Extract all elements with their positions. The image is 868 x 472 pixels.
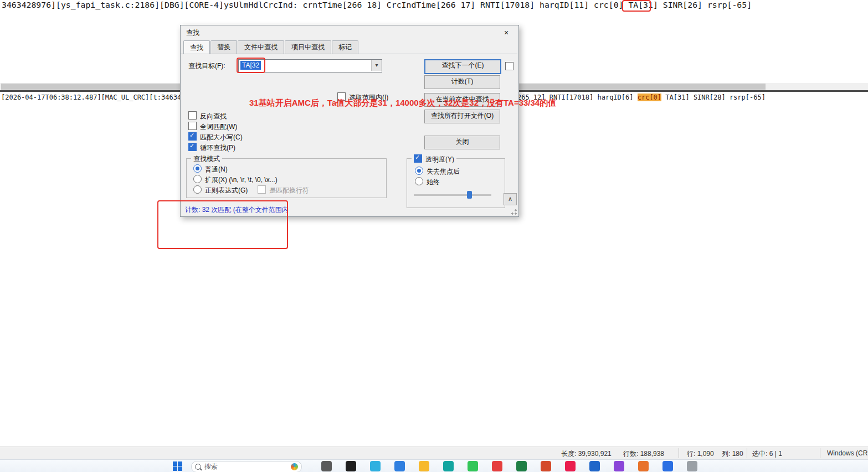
ide-icon[interactable] <box>614 461 624 471</box>
wechat-icon[interactable] <box>468 461 478 471</box>
find-next-button[interactable]: 查找下一个(E) <box>424 59 501 74</box>
file-explorer-icon[interactable] <box>419 461 429 471</box>
close-icon[interactable]: × <box>495 26 518 40</box>
backward-chec kbox[interactable]: 反向查找 <box>188 111 227 121</box>
copilot-search-icon <box>291 463 298 470</box>
search-input[interactable]: TA[32 ▾ <box>238 59 382 72</box>
status-bar: 长度: 39,930,921 行数: 188,938 行: 1,090 列: 1… <box>0 447 868 460</box>
checkbox-checked-icon <box>188 143 197 151</box>
status-eol-format: Windows (CR <box>827 449 867 457</box>
status-column: 列: 180 <box>722 449 743 459</box>
mode-regex-radio[interactable]: 正则表达式(G) <box>193 185 248 195</box>
gear-icon[interactable] <box>687 461 697 471</box>
tab-项目中查找[interactable]: 项目中查找 <box>285 40 331 54</box>
taskbar: 搜索 <box>0 459 868 472</box>
search-mode-label: 查找模式 <box>191 154 222 164</box>
checkbox-checked-icon <box>188 132 197 141</box>
find-dialog-tabs: 查找替换文件中查找项目中查找标记 <box>183 42 359 54</box>
checkbox-checked-icon <box>414 154 422 163</box>
close-button[interactable]: 关闭 <box>424 136 500 149</box>
checkbox-icon <box>337 92 346 101</box>
terminal-icon[interactable] <box>346 461 356 471</box>
status-lines: 行数: 188,938 <box>623 449 664 459</box>
transparency-slider[interactable] <box>414 191 491 199</box>
start-button[interactable] <box>173 461 182 471</box>
status-separator <box>820 448 820 458</box>
whole-word-checkbox[interactable]: 全词匹配(W) <box>188 122 237 132</box>
status-length: 长度: 39,930,921 <box>561 449 612 459</box>
radio-icon <box>193 175 202 183</box>
taskbar-search-box[interactable]: 搜索 <box>191 461 302 472</box>
copilot-icon[interactable] <box>321 461 332 471</box>
chevron-down-icon[interactable]: ▾ <box>371 60 382 71</box>
radio-icon <box>193 185 202 194</box>
slider-track <box>414 194 491 196</box>
find-status-message: 计数: 32 次匹配 (在整个文件范围内 <box>185 205 289 215</box>
status-selection: 选中: 6 | 1 <box>752 449 782 459</box>
wrap-around-checkbox[interactable]: 循环查找(P) <box>188 143 235 153</box>
dialog-corner-checkbox[interactable] <box>505 62 513 70</box>
match-case-checkbox[interactable]: 匹配大小写(C) <box>188 132 243 142</box>
on-focus-loss-radio[interactable]: 失去焦点后 <box>415 167 460 177</box>
search-input-value: TA[32 <box>240 61 261 70</box>
browser-icon[interactable] <box>638 461 649 471</box>
radio-selected-icon <box>193 164 202 173</box>
find-all-open-button[interactable]: 查找所有打开文件(O) <box>424 110 500 123</box>
find-all-current-button[interactable]: 在当前文件中查找 <box>424 93 500 107</box>
status-separator <box>679 448 679 458</box>
mode-extended-radio[interactable]: 扩展(X) (\n, \r, \t, \0, \x...) <box>193 175 278 185</box>
search-highlight-crc: crc[0] <box>638 94 661 101</box>
checkbox-icon <box>188 122 197 130</box>
store-icon[interactable] <box>394 461 405 471</box>
tab-标记[interactable]: 标记 <box>332 40 358 54</box>
tab-divider <box>181 54 517 54</box>
excel-icon[interactable] <box>516 461 527 471</box>
collapse-arrow-icon[interactable]: ∧ <box>504 193 517 205</box>
status-separator <box>747 448 747 458</box>
tab-替换[interactable]: 替换 <box>210 40 237 54</box>
powerpoint-icon[interactable] <box>541 461 551 471</box>
edge-icon[interactable] <box>370 461 381 471</box>
status-line-number: 行: 1,090 <box>687 449 714 459</box>
find-dialog: 查找 × 查找替换文件中查找项目中查找标记 查找目标(F): TA[32 ▾ 查… <box>180 25 519 217</box>
vscode-icon[interactable] <box>662 461 673 471</box>
mode-normal-radio[interactable]: 普通(N) <box>193 164 228 174</box>
tab-文件中查找[interactable]: 文件中查找 <box>238 40 284 54</box>
search-icon <box>195 464 201 470</box>
resize-grip[interactable] <box>511 209 517 215</box>
settings-icon[interactable] <box>443 461 454 471</box>
notepadpp-window: 3463428976][ys_fapi_task.c:2186][DBG][CO… <box>0 0 868 472</box>
taskbar-app-icons <box>321 461 697 471</box>
word-icon[interactable] <box>589 461 600 471</box>
find-target-label: 查找目标(F): <box>188 61 225 71</box>
radio-icon <box>415 177 423 185</box>
matches-newline-checkbox[interactable]: 是匹配换行符 <box>258 185 309 195</box>
mail-icon[interactable] <box>492 461 502 471</box>
tab-查找[interactable]: 查找 <box>183 40 210 54</box>
find-dialog-title: 查找 <box>181 25 518 40</box>
transparency-group: 透明度(Y) 失去焦点后 始终 <box>407 158 505 208</box>
search-placeholder: 搜索 <box>204 462 291 471</box>
checkbox-icon <box>188 111 197 120</box>
count-button[interactable]: 计数(T) <box>424 75 500 89</box>
in-selection-checkbox[interactable]: 选取范围内(I) <box>337 92 388 102</box>
radio-selected-icon <box>415 167 423 175</box>
always-radio[interactable]: 始终 <box>415 177 440 187</box>
slider-handle[interactable] <box>467 191 472 199</box>
search-mode-group: 查找模式 普通(N) 扩展(X) (\n, \r, \t, \0, \x...)… <box>186 158 387 198</box>
checkbox-disabled-icon <box>258 185 266 194</box>
transparency-checkbox[interactable]: 透明度(Y) <box>412 154 456 164</box>
media-icon[interactable] <box>565 461 576 471</box>
